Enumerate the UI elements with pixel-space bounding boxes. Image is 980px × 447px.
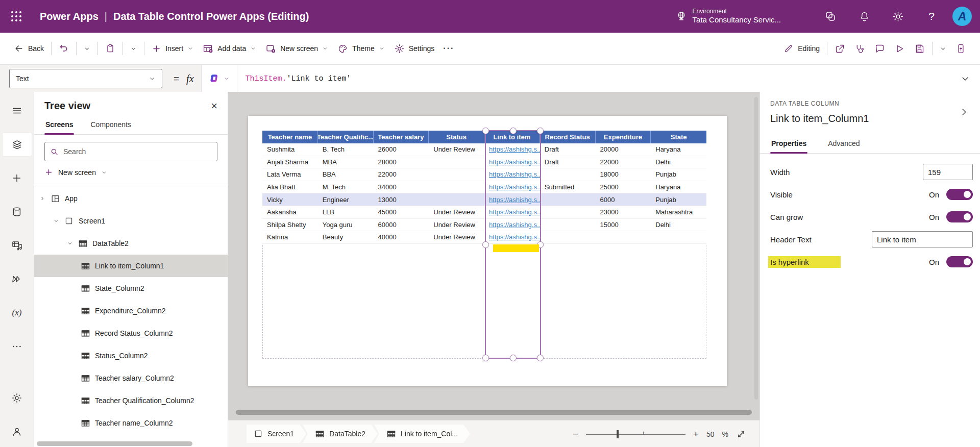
datatable-control[interactable]: Teacher nameTeacher Qualific...Teacher s… — [262, 131, 706, 244]
undo-menu-chevron[interactable] — [79, 38, 95, 59]
publish-button[interactable] — [951, 38, 971, 59]
formula-bar-expand-chevron[interactable] — [961, 74, 970, 83]
resize-handle-top-middle[interactable] — [510, 128, 517, 134]
property-selector[interactable]: Text — [9, 69, 162, 88]
insert-button[interactable]: Insert — [147, 38, 198, 59]
tab-components[interactable]: Components — [89, 116, 132, 134]
tree-item-teacher-qualification-column2[interactable]: Teacher Qualification_Column2 — [34, 389, 228, 412]
tree-search[interactable] — [44, 142, 217, 161]
share-button[interactable] — [830, 38, 850, 59]
new-screen-tree-button[interactable]: New screen — [34, 161, 228, 184]
tree-horizontal-scrollbar[interactable] — [37, 441, 192, 446]
zoom-slider-thumb[interactable] — [617, 430, 619, 438]
save-menu-chevron[interactable] — [935, 38, 951, 59]
media-icon[interactable] — [3, 234, 32, 257]
resize-handle-bottom-right[interactable] — [537, 355, 544, 361]
preview-play-button[interactable] — [890, 38, 910, 59]
tree-view-tabs: Screens Components — [34, 116, 228, 135]
breadcrumb-datatable2[interactable]: DataTable2 — [303, 425, 378, 443]
add-data-button[interactable]: Add data — [198, 38, 261, 59]
chevron-down-icon[interactable] — [67, 240, 78, 246]
column-header-record-status[interactable]: Record Status — [540, 131, 596, 143]
zoom-in-button[interactable]: + — [693, 429, 699, 439]
help-icon[interactable]: ? — [915, 0, 948, 33]
insert-icon[interactable] — [3, 166, 32, 190]
can-grow-toggle[interactable] — [946, 211, 973, 222]
settings-gear-icon[interactable] — [881, 0, 915, 33]
search-input[interactable] — [63, 147, 212, 156]
formula-copilot-button[interactable] — [202, 65, 237, 92]
tree-item-link-to-item-column1[interactable]: Link to item_Column1 — [34, 255, 228, 277]
more-commands-button[interactable]: ··· — [439, 44, 458, 53]
comments-button[interactable] — [870, 38, 890, 59]
tab-properties[interactable]: Properties — [770, 135, 807, 153]
tree-item-record-status-column2[interactable]: Record Status_Column2 — [34, 322, 228, 344]
tab-advanced[interactable]: Advanced — [827, 135, 861, 153]
tree-item-screen1[interactable]: Screen1 — [34, 210, 228, 232]
resize-handle-bottom-left[interactable] — [482, 355, 489, 361]
resize-handle-top-left[interactable] — [482, 128, 489, 134]
rail-settings-icon[interactable] — [3, 386, 32, 410]
close-icon[interactable]: × — [211, 101, 217, 112]
notifications-bell-icon[interactable] — [847, 0, 881, 33]
tree-item-datatable2[interactable]: DataTable2 — [34, 232, 228, 255]
tree-item-teacher-name-column2[interactable]: Teacher name_Column2 — [34, 412, 228, 434]
data-icon[interactable] — [3, 200, 32, 224]
canvas-vertical-scrollbar[interactable] — [754, 97, 758, 400]
formula-text[interactable]: ThisItem.'Link to item' — [246, 74, 351, 83]
panel-expand-chevron[interactable] — [959, 107, 969, 117]
theme-button[interactable]: Theme — [333, 38, 389, 59]
avatar[interactable]: A — [952, 7, 972, 26]
resize-handle-middle-left[interactable] — [482, 241, 489, 248]
visible-toggle[interactable] — [946, 189, 973, 200]
column-header-status[interactable]: Status — [429, 131, 484, 143]
column-header-teacher-name[interactable]: Teacher name — [262, 131, 318, 143]
app-checker-button[interactable] — [850, 38, 870, 59]
variables-icon[interactable]: (x) — [3, 301, 32, 325]
paste-menu-chevron[interactable] — [126, 38, 141, 59]
column-header-state[interactable]: State — [651, 131, 706, 143]
waffle-menu-icon[interactable] — [0, 0, 33, 33]
chevron-right-icon[interactable] — [39, 195, 51, 202]
zoom-slider[interactable]: + — [586, 434, 685, 435]
environment-picker[interactable]: Environment Tata Consultancy Servic... — [675, 8, 781, 25]
copilot-icon[interactable] — [814, 0, 847, 33]
undo-button[interactable] — [54, 38, 74, 59]
tree-item-app[interactable]: App — [34, 187, 228, 210]
power-automate-icon[interactable] — [3, 267, 32, 291]
more-tools-icon[interactable] — [3, 335, 32, 358]
resize-handle-bottom-middle[interactable] — [510, 355, 517, 361]
chevron-down-icon[interactable] — [53, 218, 64, 224]
back-button[interactable]: Back — [9, 38, 48, 59]
header-text-input[interactable] — [872, 231, 973, 247]
tree-item-expenditure-column2[interactable]: Expenditure_Column2 — [34, 300, 228, 322]
breadcrumb-screen1[interactable]: Screen1 — [247, 425, 306, 443]
design-canvas[interactable]: Teacher nameTeacher Qualific...Teacher s… — [228, 92, 760, 420]
column-header-teacher-salary[interactable]: Teacher salary — [374, 131, 429, 143]
user-icon[interactable] — [3, 420, 32, 443]
table-cell: 23000 — [596, 206, 651, 218]
column-header-teacher-qualific[interactable]: Teacher Qualific... — [318, 131, 374, 143]
tree-item-status-column2[interactable]: Status_Column2 — [34, 344, 228, 367]
fit-to-screen-icon[interactable] — [736, 429, 746, 439]
new-screen-button[interactable]: New screen — [261, 38, 333, 59]
canvas-horizontal-scrollbar[interactable] — [236, 410, 752, 415]
screen-artboard[interactable]: Teacher nameTeacher Qualific...Teacher s… — [248, 116, 727, 386]
formula-input[interactable]: ThisItem.'Link to item' — [201, 65, 980, 92]
zoom-out-button[interactable]: − — [573, 429, 578, 439]
is-hyperlink-toggle[interactable] — [946, 256, 973, 267]
tree-item-state-column2[interactable]: State_Column2 — [34, 277, 228, 300]
collapse-menu-icon[interactable] — [3, 99, 32, 122]
editing-mode-button[interactable]: Editing — [779, 38, 824, 59]
paste-button[interactable] — [101, 38, 120, 59]
resize-handle-top-right[interactable] — [537, 128, 544, 134]
table-cell — [651, 231, 706, 243]
breadcrumb-link-to-item-col[interactable]: Link to item_Col... — [374, 425, 470, 443]
tree-item-teacher-salary-column2[interactable]: Teacher salary_Column2 — [34, 367, 228, 389]
save-button[interactable] — [910, 38, 929, 59]
tab-screens[interactable]: Screens — [44, 116, 74, 134]
width-input[interactable] — [923, 164, 973, 180]
tree-view-icon[interactable] — [3, 133, 32, 156]
column-header-expenditure[interactable]: Expenditure — [596, 131, 651, 143]
settings-button[interactable]: Settings — [389, 38, 439, 59]
